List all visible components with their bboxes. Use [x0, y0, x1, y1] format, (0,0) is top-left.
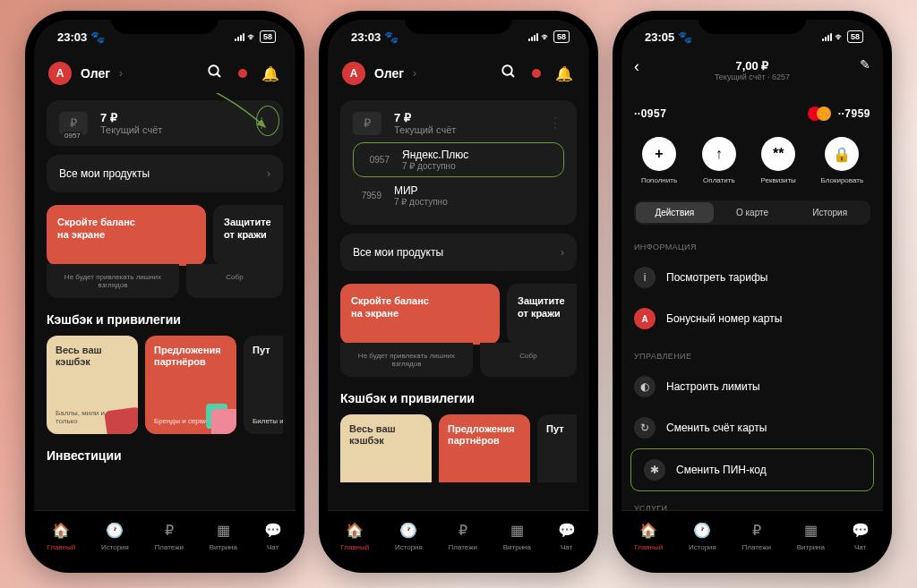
- action-pay[interactable]: ↑ Оплатить: [702, 137, 736, 184]
- mastercard-icon: [808, 107, 831, 121]
- avatar[interactable]: А: [48, 62, 72, 85]
- cellular-icon: [528, 33, 538, 41]
- search-icon[interactable]: [204, 64, 226, 83]
- chat-icon: 💬: [851, 521, 870, 541]
- bell-icon[interactable]: 🔔: [260, 65, 281, 82]
- phone-2: 23:03 🐾 ᯤ 58 А Олег › 🔔: [319, 11, 598, 573]
- all-products-button[interactable]: Все мои продукты ›: [47, 155, 283, 192]
- item-change-pin[interactable]: ✱ Сменить ПИН-код: [630, 448, 874, 491]
- tab-main[interactable]: 🏠Главный: [634, 521, 663, 551]
- svg-line-3: [510, 73, 514, 77]
- tile-partners[interactable]: Предложенияпартнёров Бренды и сервисы: [145, 336, 236, 434]
- back-button[interactable]: ‹: [634, 57, 639, 76]
- all-products-button[interactable]: Все мои продукты ›: [340, 234, 577, 271]
- promo-protect[interactable]: Защититеот кражи: [507, 284, 577, 345]
- tab-history[interactable]: 🕐История: [395, 521, 423, 551]
- status-time: 23:03: [57, 30, 87, 44]
- tab-main[interactable]: 🏠 Главный: [47, 521, 75, 551]
- grid-icon: ▦: [801, 521, 820, 541]
- edit-button[interactable]: ✎: [860, 57, 870, 72]
- card-last4-right[interactable]: ··7959: [838, 107, 870, 120]
- group-services-heading: Услуги: [621, 491, 883, 510]
- promo-hide-balance[interactable]: Скройте балансна экране: [47, 205, 206, 266]
- account-balance: 7 ₽: [100, 111, 240, 124]
- tile-travel[interactable]: Пут Билеты и отели: [537, 414, 577, 482]
- user-name[interactable]: Олег: [81, 66, 110, 81]
- tile-travel[interactable]: Пут Билеты и отели: [244, 336, 283, 434]
- promo-hide-balance[interactable]: Скройте балансна экране: [340, 284, 500, 345]
- status-paw-icon: 🐾: [90, 30, 105, 44]
- promo-footer-2: Собр: [480, 343, 577, 377]
- action-topup[interactable]: + Пополнить: [641, 137, 677, 184]
- tab-history[interactable]: 🕐 История: [101, 521, 129, 551]
- alfa-icon: A: [634, 308, 656, 329]
- segment-history[interactable]: История: [791, 202, 869, 223]
- search-icon[interactable]: [498, 64, 519, 83]
- cashback-heading: Кэшбэк и привилегии: [340, 391, 577, 405]
- item-view-tariffs[interactable]: i Посмотреть тарифы: [621, 257, 883, 298]
- svg-point-2: [502, 65, 512, 75]
- battery-icon: 58: [553, 30, 570, 43]
- account-subtitle: Текущий счёт: [394, 124, 534, 135]
- tab-chat[interactable]: 💬Чат: [851, 521, 870, 551]
- notch: [405, 11, 512, 34]
- invest-heading: Инвестиции: [47, 448, 283, 463]
- swap-icon: ↻: [634, 417, 656, 439]
- item-bonus-number[interactable]: A Бонусный номер карты: [621, 298, 883, 339]
- card-number: 7959: [353, 191, 381, 200]
- cashback-tiles: Весь вашкэшбэк Баллы, мили и не только П…: [47, 336, 283, 434]
- card-row-yandex[interactable]: 0957 Яндекс.Плюс 7 ₽ доступно: [353, 142, 564, 177]
- segment-control: Действия О карте История: [634, 200, 870, 225]
- phone-1: 23:03 🐾 ᯤ 58 А Олег › 🔔: [25, 11, 304, 573]
- notification-dot-icon[interactable]: [238, 69, 247, 78]
- group-info-heading: Информация: [621, 230, 883, 257]
- battery-icon: 58: [847, 30, 863, 43]
- ruble-icon: ₽: [353, 112, 381, 135]
- chevron-right-icon: ›: [119, 67, 123, 80]
- tile-partners[interactable]: Предложенияпартнёров Бренды и сервисы: [439, 414, 530, 482]
- tab-showcase[interactable]: ▦ Витрина: [210, 521, 237, 551]
- item-limits[interactable]: ◐ Настроить лимиты: [621, 366, 883, 407]
- ruble-icon: ₽ 0957: [59, 112, 88, 135]
- tab-bar: 🏠Главный 🕐История ₽Платежи ▦Витрина 💬Чат: [621, 510, 883, 564]
- card-row-mir[interactable]: 7959 МИР 7 ₽ доступно: [353, 177, 564, 214]
- account-card[interactable]: ₽ 0957 7 ₽ Текущий счёт ⋮: [47, 100, 283, 146]
- segment-actions[interactable]: Действия: [636, 202, 714, 223]
- app-header: А Олег › 🔔: [34, 54, 296, 93]
- tab-history[interactable]: 🕐История: [689, 521, 716, 551]
- card-actions-row: + Пополнить ↑ Оплатить ** Реквизиты 🔒 Бл…: [621, 124, 883, 195]
- tab-showcase[interactable]: ▦Витрина: [797, 521, 825, 551]
- user-name[interactable]: Олег: [374, 66, 404, 81]
- tab-chat[interactable]: 💬Чат: [557, 521, 577, 551]
- promo-protect[interactable]: Защититеот кражи: [213, 205, 283, 266]
- tab-chat[interactable]: 💬 Чат: [263, 521, 283, 551]
- tab-payments[interactable]: ₽Платежи: [449, 521, 477, 551]
- tile-cashback[interactable]: Весь вашкэшбэк Баллы, мили и не только: [47, 336, 138, 434]
- notification-dot-icon[interactable]: [532, 69, 541, 78]
- action-block[interactable]: 🔒 Блокировать: [821, 137, 864, 184]
- card-name: Яндекс.Плюс: [402, 149, 556, 161]
- account-card-expanded: ₽ 7 ₽ Текущий счёт ⋮ 0957 Яндекс.Плюс 7 …: [340, 100, 577, 225]
- tab-payments[interactable]: ₽ Платежи: [155, 521, 184, 551]
- action-details[interactable]: ** Реквизиты: [761, 137, 796, 184]
- expand-dots-icon[interactable]: ⋮: [253, 115, 270, 132]
- chevron-right-icon: ›: [267, 167, 270, 180]
- ruble-square-icon: ₽: [747, 521, 767, 541]
- status-time: 23:03: [351, 30, 381, 44]
- avatar[interactable]: А: [342, 62, 365, 85]
- item-change-account[interactable]: ↻ Сменить счёт карты: [621, 407, 883, 448]
- tab-payments[interactable]: ₽Платежи: [742, 521, 771, 551]
- wifi-icon: ᯤ: [835, 31, 844, 42]
- tile-cashback[interactable]: Весь вашкэшбэк Баллы, мили и не только: [340, 414, 432, 482]
- grid-icon: ▦: [213, 521, 233, 541]
- collapse-dots-icon[interactable]: ⋮: [546, 115, 564, 132]
- segment-about[interactable]: О карте: [714, 202, 792, 223]
- app-header: А Олег › 🔔: [328, 54, 589, 93]
- cellular-icon: [235, 33, 244, 41]
- tab-main[interactable]: 🏠Главный: [340, 521, 369, 551]
- bell-icon[interactable]: 🔔: [553, 65, 575, 82]
- screen-1: 23:03 🐾 ᯤ 58 А Олег › 🔔: [34, 20, 296, 564]
- tab-showcase[interactable]: ▦Витрина: [503, 521, 531, 551]
- card-last4-left[interactable]: ··0957: [634, 107, 666, 120]
- wifi-icon: ᯤ: [247, 31, 257, 42]
